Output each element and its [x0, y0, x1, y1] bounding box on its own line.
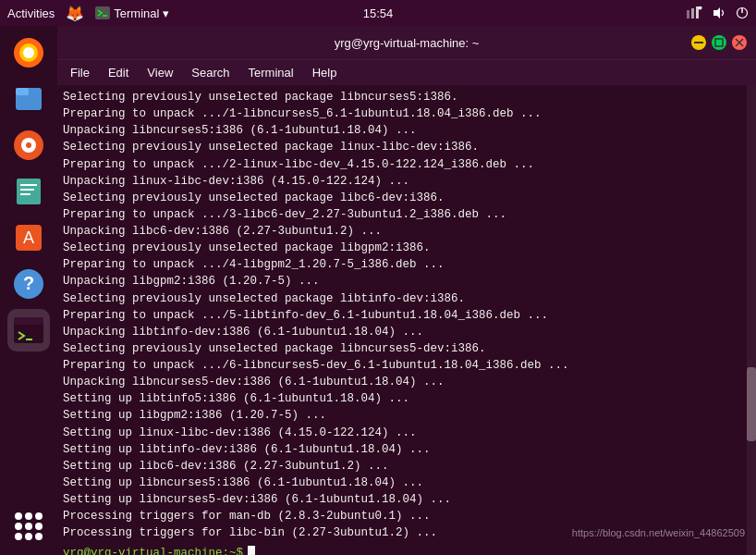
maximize-button[interactable] [712, 35, 726, 50]
menu-file[interactable]: File [63, 64, 97, 81]
menu-edit[interactable]: Edit [101, 64, 136, 81]
system-bar-right [686, 6, 749, 19]
svg-rect-13 [16, 88, 29, 95]
svg-rect-17 [17, 179, 41, 204]
svg-rect-3 [691, 8, 694, 18]
dock-firefox[interactable] [7, 31, 50, 74]
terminal-titlebar: yrg@yrg-virtual-machine: ~ [57, 26, 756, 59]
system-bar: Activities 🦊 Terminal ▾ 15:54 [0, 0, 756, 26]
power-icon [736, 6, 749, 19]
svg-marker-6 [713, 7, 720, 18]
window-controls [691, 35, 747, 50]
dock-terminal[interactable] [7, 309, 50, 352]
menu-help[interactable]: Help [305, 64, 345, 81]
firefox-icon: 🦊 [66, 5, 84, 22]
terminal-title: yrg@yrg-virtual-machine: ~ [335, 36, 480, 50]
scrollbar[interactable] [747, 85, 756, 555]
svg-rect-28 [694, 42, 703, 43]
close-button[interactable] [732, 35, 747, 50]
dock-help[interactable]: ? [7, 263, 50, 305]
terminal-content[interactable]: Selecting previously unselected package … [57, 85, 756, 555]
dock-texteditor[interactable] [7, 170, 50, 213]
scrollbar-thumb[interactable] [747, 367, 756, 441]
system-bar-left: Activities 🦊 Terminal ▾ [7, 5, 169, 22]
svg-rect-4 [696, 6, 699, 18]
activities-button[interactable]: Activities [7, 6, 55, 20]
svg-point-16 [26, 142, 31, 148]
svg-rect-29 [715, 39, 723, 46]
svg-point-11 [23, 47, 34, 58]
terminal-prompt: yrg@yrg-virtual-machine:~$ [63, 547, 243, 555]
watermark: https://blog.csdn.net/weixin_44862509 [572, 527, 745, 538]
system-bar-time: 15:54 [363, 6, 394, 20]
menu-search[interactable]: Search [184, 64, 237, 81]
menu-terminal[interactable]: Terminal [241, 64, 301, 81]
terminal-output: Selecting previously unselected package … [63, 89, 750, 541]
dock-software[interactable]: A [7, 216, 50, 259]
volume-icon [712, 6, 726, 19]
svg-rect-2 [687, 10, 689, 18]
menu-view[interactable]: View [140, 64, 180, 81]
dock-music[interactable] [7, 124, 50, 166]
network-icon [686, 6, 702, 19]
terminal-window: yrg@yrg-virtual-machine: ~ File Edit Vie… [57, 26, 756, 555]
svg-point-5 [699, 6, 702, 10]
svg-text:?: ? [23, 273, 34, 293]
terminal-bar-icon: Terminal ▾ [95, 6, 169, 20]
dock: A ? [0, 26, 57, 555]
dock-files[interactable] [7, 78, 50, 120]
svg-text:A: A [23, 228, 34, 247]
terminal-menubar: File Edit View Search Terminal Help [57, 59, 756, 85]
svg-rect-26 [14, 317, 43, 325]
minimize-button[interactable] [691, 35, 706, 50]
terminal-cursor [248, 546, 255, 555]
dock-apps-button[interactable] [7, 505, 50, 548]
